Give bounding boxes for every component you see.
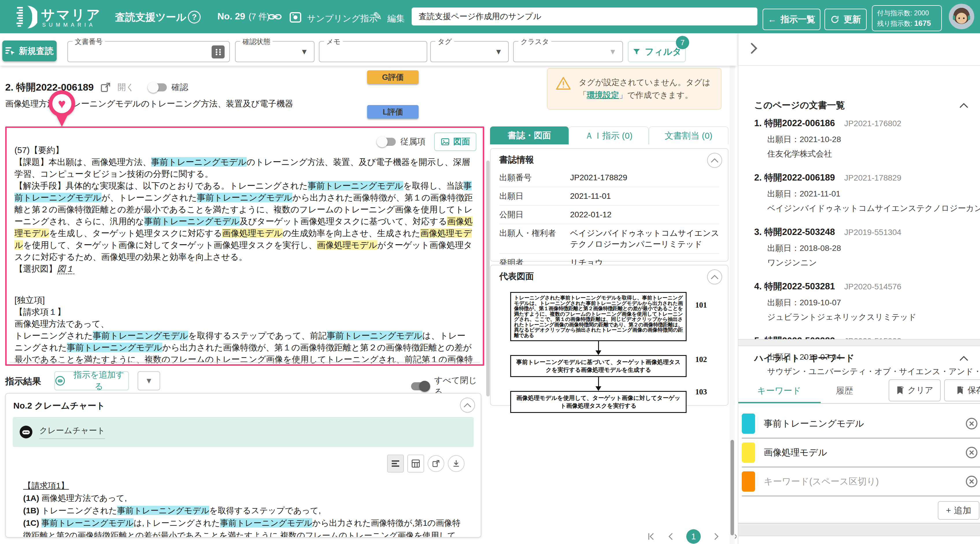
abstract-selected-figure: 【選択図】図１: [14, 263, 474, 275]
close-all-toggle[interactable]: [411, 382, 429, 390]
confirm-toggle[interactable]: [149, 83, 167, 91]
first-page-button[interactable]: [647, 532, 655, 541]
chevron-up-icon[interactable]: [959, 356, 968, 361]
add-keyword-button[interactable]: + 追加: [938, 501, 979, 520]
keyword-row: 事前トレーニングモデル: [742, 410, 980, 439]
abstract-scrollbar[interactable]: [486, 161, 490, 396]
filter-button[interactable]: フィルタ 7: [628, 41, 686, 62]
instruction-results-row: 指示結果 指示を追加する ▼ すべて閉じる: [5, 371, 482, 391]
flow-step-2: 事前トレーニングモデルに基づいて、ターゲット画像処理タスクを実行する画像処理モデ…: [510, 355, 687, 377]
external-link-icon[interactable]: [100, 82, 111, 93]
keyword-color-swatch[interactable]: [742, 471, 755, 491]
granted-count: 付与指示数: 2000: [877, 9, 937, 18]
tab-keyword[interactable]: キーワード: [738, 379, 820, 402]
open-link[interactable]: 開く: [118, 81, 134, 93]
edit-link[interactable]: 編集: [387, 13, 405, 25]
bookmark-plus-icon: [956, 386, 964, 395]
cluster-select[interactable]: クラスタ ▼: [513, 41, 623, 62]
keyword-section-header: ハイライト・キーワード: [754, 352, 968, 364]
collapse-biblio-button[interactable]: [707, 153, 722, 168]
claim1-heading: 【請求項１】: [14, 306, 474, 318]
tab-ai-instruction[interactable]: ＡＩ指示 (0): [569, 126, 648, 144]
review-title-input[interactable]: [412, 8, 757, 26]
collapse-claim-chart-button[interactable]: [460, 397, 475, 413]
table-view-button[interactable]: [407, 455, 424, 472]
sampling-icon[interactable]: [289, 11, 302, 24]
claim-chart-link[interactable]: クレームチャート: [39, 425, 105, 439]
eval-g-button[interactable]: G評価: [367, 70, 418, 84]
external-link-icon: [432, 459, 440, 467]
sampling-instruction-link[interactable]: サンプリング指示: [307, 13, 377, 25]
memo-field[interactable]: メモ: [319, 41, 427, 62]
heart-pin-marker: ♥: [49, 90, 75, 134]
keyword-color-swatch[interactable]: [742, 413, 755, 434]
keyword-label[interactable]: 事前トレーニングモデル: [764, 418, 965, 430]
link-icon[interactable]: [268, 12, 282, 21]
list-icon: [391, 460, 400, 467]
tab-doc-assignment[interactable]: 文書割当 (0): [649, 126, 729, 144]
tab-history[interactable]: 履歴: [820, 379, 869, 402]
main-scrollbar-thumb[interactable]: [730, 440, 734, 535]
help-icon[interactable]: ?: [188, 11, 200, 24]
tab-biblio-drawing[interactable]: 書誌・図面: [490, 126, 569, 144]
back-arrow-icon: ←: [768, 14, 776, 24]
plus-icon: +: [946, 506, 951, 515]
keyword-color-swatch[interactable]: [742, 442, 755, 463]
instruction-quota-box: 付与指示数: 2000 残り指示数: 1675: [872, 5, 942, 31]
next-page-button[interactable]: [712, 532, 721, 541]
open-external-button[interactable]: [428, 455, 444, 472]
download-button[interactable]: [448, 455, 465, 472]
new-review-button[interactable]: 新規査読: [2, 40, 57, 61]
warning-icon: [555, 76, 571, 91]
tag-select[interactable]: タグ ▼: [430, 41, 509, 62]
keyword-section-title: ハイライト・キーワード: [754, 352, 854, 364]
warning-text: タグが設定されていません。タグは「環境設定」で作成できます。: [579, 76, 713, 102]
doc-number-field[interactable]: 文書番号: [67, 41, 230, 62]
clear-keywords-button[interactable]: クリア: [889, 379, 941, 401]
independent-claims-heading: [独立項]: [14, 294, 474, 306]
refresh-button[interactable]: 更新: [824, 9, 867, 30]
tab-baseline: [738, 403, 980, 404]
add-instruction-dropdown[interactable]: ▼: [138, 371, 160, 390]
claim-chart-card: No.2 クレームチャート クレームチャート: [5, 393, 481, 538]
abstract-scroll-hint: [10, 362, 480, 362]
new-review-icon: [5, 46, 15, 55]
list-item[interactable]: 1. 特開2022-006186JP2021-176802 出願日：2021-1…: [754, 117, 980, 160]
status-select[interactable]: 確認状態 ▼: [235, 41, 315, 62]
remove-keyword-icon[interactable]: [965, 446, 978, 459]
list-item[interactable]: 3. 特開2022-503248JP2019-551304 出願日：2018-0…: [754, 226, 980, 268]
list-item[interactable]: 4. 特開2022-503281JP2020-514576 出願日：2019-1…: [754, 281, 980, 323]
pagination: 1: [647, 529, 737, 544]
save-keywords-button[interactable]: 保存: [944, 379, 980, 401]
current-page-badge[interactable]: 1: [686, 529, 701, 544]
sidebar-bottom-scrollbar[interactable]: [738, 523, 980, 536]
keyword-input[interactable]: [764, 476, 965, 487]
page-title: 査読支援ツール: [115, 10, 186, 24]
claim-line: 【請求項1】: [23, 479, 463, 492]
remove-keyword-icon[interactable]: [965, 475, 978, 488]
dice-icon[interactable]: [212, 45, 224, 59]
instruction-list-button[interactable]: ← 指示一覧: [763, 9, 821, 30]
prev-page-button[interactable]: [667, 532, 675, 541]
add-instruction-button[interactable]: 指示を追加する: [54, 371, 129, 390]
user-avatar[interactable]: [949, 4, 974, 29]
review-number: No. 29(7 件): [217, 11, 270, 22]
status-label: 確認状態: [240, 37, 273, 46]
list-view-button[interactable]: [387, 455, 404, 472]
list-item[interactable]: 2. 特開2022-006189JP2021-178829 出願日：2021-1…: [754, 172, 980, 214]
claim-chart-text: 【請求項1】 (1A) 画像処理方法であって, (1B) トレーニングされた事前…: [23, 479, 463, 538]
biblio-title: 書誌情報: [491, 149, 728, 169]
sidebar-collapse-button[interactable]: [749, 42, 758, 55]
edit-icon[interactable]: ✎: [373, 10, 382, 22]
chevron-right-icon: [749, 42, 758, 55]
chevron-up-icon[interactable]: [959, 103, 968, 108]
review-count: (7 件): [248, 12, 270, 21]
keyword-label[interactable]: 画像処理モデル: [764, 447, 965, 459]
collapse-figure-button[interactable]: [707, 270, 722, 284]
chevron-up-icon: [711, 158, 718, 163]
remove-keyword-icon[interactable]: [965, 417, 978, 430]
eval-l-button[interactable]: L評価: [367, 105, 418, 119]
chevron-down-icon: ▼: [495, 48, 503, 56]
flow-label-101: 101: [695, 301, 707, 309]
results-label: 指示結果: [5, 375, 41, 388]
